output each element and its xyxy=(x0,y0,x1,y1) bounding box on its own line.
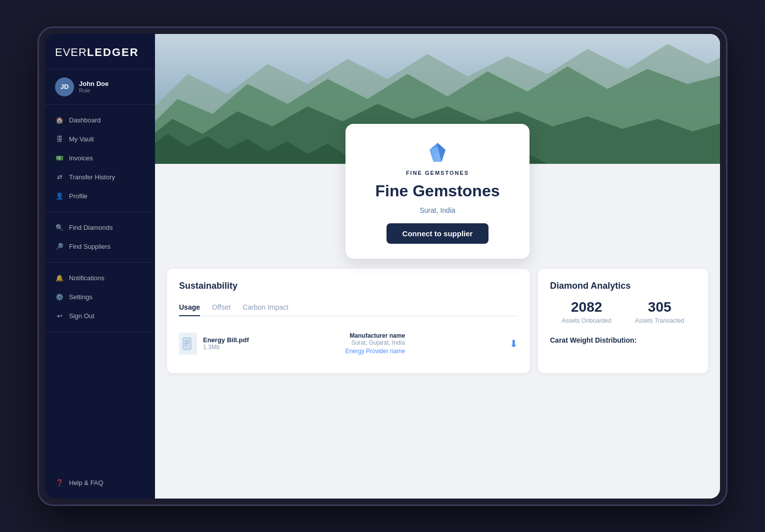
sustainability-title: Sustainability xyxy=(179,281,518,291)
assets-transacted-label: Assets Transacted xyxy=(635,317,684,324)
sidebar-item-transfer-history[interactable]: ⇄ Transfer History xyxy=(45,168,155,187)
gear-icon: ⚙️ xyxy=(55,293,64,302)
user-icon: 👤 xyxy=(55,192,64,201)
user-info: JD John Doe Role xyxy=(45,69,155,105)
tab-usage[interactable]: Usage xyxy=(179,299,200,316)
tab-carbon-impact[interactable]: Carbon Impact xyxy=(242,299,288,316)
home-icon: 🏠 xyxy=(55,116,64,125)
supplier-card-wrapper: FINE GEMSTONES Fine Gemstones Surat, Ind… xyxy=(155,124,720,259)
analytics-section: Diamond Analytics 2082 Assets Onboarded … xyxy=(538,269,708,373)
analytics-title: Diamond Analytics xyxy=(550,281,696,291)
sidebar-label-my-vault: My Vault xyxy=(69,135,94,143)
tabs: Usage Offset Carbon Impact xyxy=(179,299,518,316)
sidebar-label-settings: Settings xyxy=(69,293,92,301)
gem-logo-icon xyxy=(424,139,452,167)
sidebar-label-dashboard: Dashboard xyxy=(69,116,101,124)
sidebar-label-profile: Profile xyxy=(69,192,88,200)
invoice-icon: 💵 xyxy=(55,154,64,163)
sidebar-item-invoices[interactable]: 💵 Invoices xyxy=(45,149,155,168)
tab-offset[interactable]: Offset xyxy=(212,299,230,316)
sidebar-item-settings[interactable]: ⚙️ Settings xyxy=(45,288,155,307)
search-circle-icon: 🔎 xyxy=(55,242,64,251)
assets-onboarded-value: 2082 xyxy=(571,299,602,315)
file-info: Energy Bill.pdf 1.3Mb xyxy=(179,333,249,355)
sidebar-label-invoices: Invoices xyxy=(69,154,93,162)
sidebar-label-notifications: Notifications xyxy=(69,274,104,282)
sidebar-label-help-faq: Help & FAQ xyxy=(69,479,104,487)
file-name: Energy Bill.pdf xyxy=(203,336,249,344)
user-name: John Doe xyxy=(79,80,108,87)
pdf-icon xyxy=(182,337,194,350)
supplier-brand: FINE GEMSTONES xyxy=(406,170,469,176)
logo: EVERLEDGER xyxy=(55,46,145,59)
sidebar-item-dashboard[interactable]: 🏠 Dashboard xyxy=(45,111,155,130)
nav-secondary: 🔍 Find Diamonds 🔎 Find Suppliers xyxy=(45,212,155,263)
sidebar-item-profile[interactable]: 👤 Profile xyxy=(45,187,155,206)
supplier-card: FINE GEMSTONES Fine Gemstones Surat, Ind… xyxy=(346,124,530,259)
download-button[interactable]: ⬇ xyxy=(510,338,518,350)
bell-icon: 🔔 xyxy=(55,274,64,283)
sidebar-logo: EVERLEDGER xyxy=(45,34,155,69)
analytics-stats: 2082 Assets Onboarded 305 Assets Transac… xyxy=(550,299,696,324)
sidebar-label-transfer-history: Transfer History xyxy=(69,173,115,181)
assets-transacted-value: 305 xyxy=(648,299,672,315)
energy-provider-link[interactable]: Energy Provider name xyxy=(346,348,405,355)
nav-tertiary: 🔔 Notifications ⚙️ Settings ↩ Sign Out xyxy=(45,263,155,332)
connect-to-supplier-button[interactable]: Connect to supplier xyxy=(386,223,489,244)
sidebar-item-find-suppliers[interactable]: 🔎 Find Suppliers xyxy=(45,237,155,256)
sustainability-section: Sustainability Usage Offset Carbon Impac… xyxy=(167,269,530,373)
file-icon xyxy=(179,333,197,355)
stat-assets-onboarded: 2082 Assets Onboarded xyxy=(562,299,611,324)
file-row: Energy Bill.pdf 1.3Mb Manufacturer name … xyxy=(179,326,518,361)
assets-onboarded-label: Assets Onboarded xyxy=(562,317,611,324)
manufacturer-location: Surat, Gujarat, India xyxy=(346,339,405,346)
transfer-icon: ⇄ xyxy=(55,173,64,182)
supplier-location: Surat, India xyxy=(420,206,456,214)
help-icon: ❓ xyxy=(55,479,64,488)
sidebar-label-find-suppliers: Find Suppliers xyxy=(69,243,110,250)
stat-assets-transacted: 305 Assets Transacted xyxy=(635,299,684,324)
main-content: FINE GEMSTONES Fine Gemstones Surat, Ind… xyxy=(155,34,720,499)
user-details: John Doe Role xyxy=(79,80,108,93)
device-inner: EVERLEDGER JD John Doe Role 🏠 Dashboard … xyxy=(45,34,720,499)
svg-rect-6 xyxy=(183,338,191,350)
sidebar: EVERLEDGER JD John Doe Role 🏠 Dashboard … xyxy=(45,34,155,499)
sidebar-item-find-diamonds[interactable]: 🔍 Find Diamonds xyxy=(45,218,155,237)
user-role: Role xyxy=(79,87,108,93)
nav-bottom: ❓ Help & FAQ xyxy=(45,468,155,499)
sidebar-label-sign-out: Sign Out xyxy=(69,312,94,320)
content-area: Sustainability Usage Offset Carbon Impac… xyxy=(155,269,720,385)
sidebar-label-find-diamonds: Find Diamonds xyxy=(69,224,112,231)
sidebar-item-help-faq[interactable]: ❓ Help & FAQ xyxy=(45,474,155,493)
file-size: 1.3Mb xyxy=(203,344,249,351)
file-details-left: Energy Bill.pdf 1.3Mb xyxy=(203,336,249,351)
avatar: JD xyxy=(55,77,74,96)
carat-weight-label: Carat Weight Distribution: xyxy=(550,336,696,344)
vault-icon: 🗄 xyxy=(55,135,64,144)
manufacturer-details: Manufacturer name Surat, Gujarat, India … xyxy=(346,332,405,355)
nav-primary: 🏠 Dashboard 🗄 My Vault 💵 Invoices ⇄ Tran… xyxy=(45,105,155,212)
supplier-logo: FINE GEMSTONES xyxy=(406,139,469,176)
supplier-name: Fine Gemstones xyxy=(376,182,500,200)
sidebar-item-my-vault[interactable]: 🗄 My Vault xyxy=(45,130,155,149)
sidebar-item-sign-out[interactable]: ↩ Sign Out xyxy=(45,307,155,326)
sidebar-item-notifications[interactable]: 🔔 Notifications xyxy=(45,269,155,288)
device-frame: EVERLEDGER JD John Doe Role 🏠 Dashboard … xyxy=(38,26,728,506)
manufacturer-label: Manufacturer name xyxy=(346,332,405,339)
search-icon: 🔍 xyxy=(55,223,64,232)
signout-icon: ↩ xyxy=(55,312,64,321)
